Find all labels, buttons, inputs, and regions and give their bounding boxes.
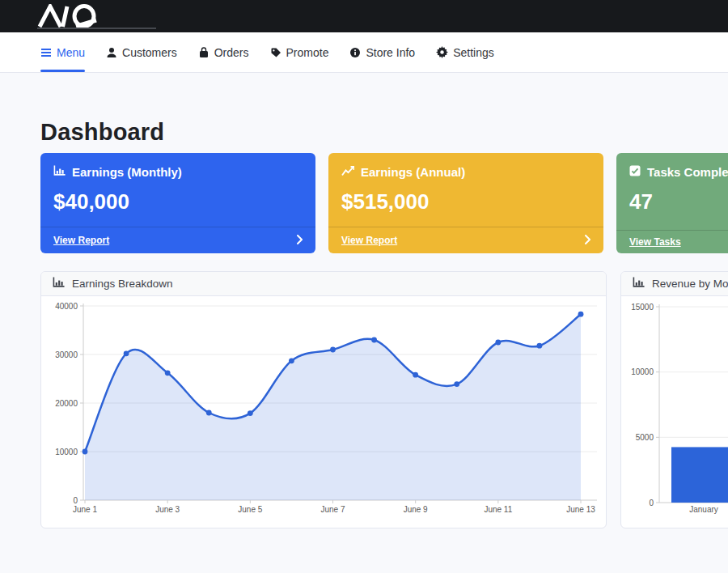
check-square-icon [629,165,641,179]
chart-title: Revenue by Month [652,278,728,290]
nav-item-label: Settings [453,46,494,59]
svg-text:June 5: June 5 [238,505,262,514]
menu-icon [40,48,52,57]
svg-text:30000: 30000 [55,350,78,359]
card-value: $515,000 [341,189,590,214]
revenue-by-month-card: Revenue by Month 050001000015000January [620,271,728,528]
logo-underline [37,28,156,29]
card-title: Earnings (Annual) [361,165,465,179]
chart-card-header: Earnings Breakdown [41,272,606,296]
card-body: Tasks Completed 47 [616,153,728,230]
nav-item-orders[interactable]: Orders [198,32,249,73]
card-footer: View Report [328,227,603,253]
chart-card-header: Revenue by Month [621,272,728,296]
svg-text:10000: 10000 [55,448,78,456]
chart-body: 010000200003000040000June 1June 3June 5J… [41,296,606,528]
svg-text:10000: 10000 [631,367,654,376]
kpi-cards-row: Earnings (Monthly) $40,000 View Report E… [40,153,688,253]
card-earnings-monthly: Earnings (Monthly) $40,000 View Report [40,153,315,253]
nav-item-label: Menu [57,46,85,59]
nav-item-label: Orders [214,46,249,59]
earnings-line-chart: 010000200003000040000June 1June 3June 5J… [48,299,601,523]
user-icon [106,47,117,58]
svg-text:June 9: June 9 [404,505,428,514]
card-value: $40,000 [53,189,303,214]
svg-text:June 13: June 13 [566,505,595,514]
view-report-link[interactable]: View Report [341,235,397,246]
nav-item-promote[interactable]: Promote [270,32,329,73]
svg-text:5000: 5000 [636,433,654,442]
svg-text:15000: 15000 [631,303,654,312]
active-tab-indicator [40,70,85,72]
svg-text:20000: 20000 [55,399,78,408]
nav-item-settings[interactable]: Settings [436,32,494,73]
svg-text:0: 0 [649,499,654,507]
app-logo-icon [36,4,110,28]
card-body: Earnings (Monthly) $40,000 [40,153,315,227]
card-tasks-completed: Tasks Completed 47 View Tasks [616,153,728,253]
view-report-link[interactable]: View Report [53,235,109,246]
earnings-breakdown-card: Earnings Breakdown 010000200003000040000… [40,271,607,528]
svg-text:January: January [689,505,718,514]
charts-row: Earnings Breakdown 010000200003000040000… [40,271,688,528]
nav-item-label: Store Info [366,46,415,59]
card-earnings-annual: Earnings (Annual) $515,000 View Report [328,153,603,253]
page-title: Dashboard [40,119,688,146]
card-title: Earnings (Monthly) [72,165,182,179]
nav-item-customers[interactable]: Customers [106,32,177,73]
svg-text:June 1: June 1 [73,505,97,514]
chart-title: Earnings Breakdown [72,278,173,290]
revenue-bar-chart: 050001000015000January [628,299,728,523]
card-body: Earnings (Annual) $515,000 [328,153,603,227]
bar-chart-icon [53,277,65,291]
main-content: Dashboard Earnings (Monthly) $40,000 Vie… [0,119,728,528]
card-title: Tasks Completed [647,165,728,179]
card-value: 47 [629,189,728,214]
svg-text:June 7: June 7 [320,505,345,514]
svg-text:June 3: June 3 [155,505,180,514]
chart-body: 050001000015000January [621,296,728,528]
main-nav: Menu Customers Orders Promote Store Info… [0,32,728,73]
card-footer: View Tasks [616,230,728,253]
svg-text:June 11: June 11 [484,505,512,514]
gear-icon [436,46,448,58]
view-tasks-link[interactable]: View Tasks [629,236,681,248]
info-icon [349,47,361,58]
nav-item-menu[interactable]: Menu [40,32,85,73]
nav-item-label: Promote [286,46,329,59]
shopping-bag-icon [198,47,210,58]
nav-item-store-info[interactable]: Store Info [349,32,415,73]
tag-icon [270,47,281,58]
chevron-right-icon[interactable] [297,233,303,248]
card-footer: View Report [40,227,315,253]
bar-chart-icon [633,277,645,291]
nav-item-label: Customers [122,46,177,59]
svg-text:40000: 40000 [55,302,78,311]
bar-chart-icon [53,165,66,179]
topbar [0,0,728,32]
line-chart-icon [341,165,354,179]
svg-text:0: 0 [73,496,78,505]
chevron-right-icon[interactable] [585,233,590,248]
